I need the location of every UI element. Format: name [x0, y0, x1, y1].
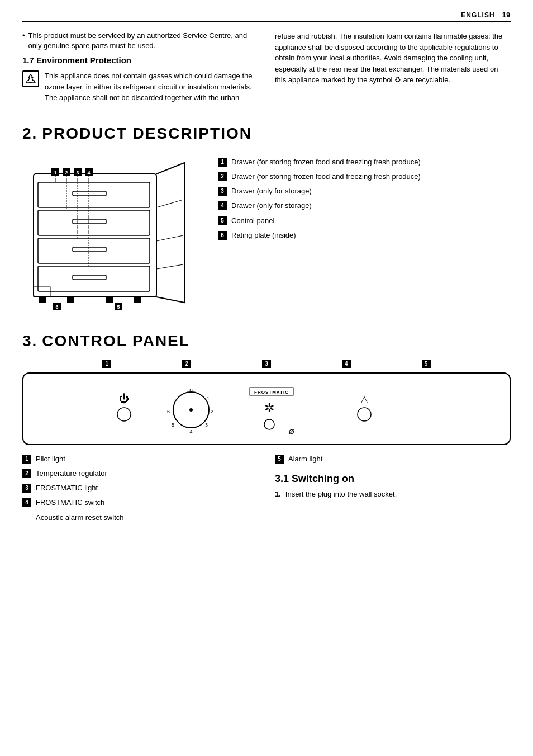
cp-label-item-4: 4 FROSTMATIC switch [22, 498, 258, 508]
cp-labels-right: 5 Alarm light 3.1 Switching on 1. Insert… [275, 454, 511, 527]
part-item-4: 4 Drawer (only for storage) [218, 201, 511, 211]
part-item-3: 3 Drawer (only for storage) [218, 186, 511, 196]
svg-text:1: 1 [207, 396, 210, 401]
svg-text:3: 3 [76, 170, 79, 176]
part-label-2: Drawer (for storing frozen food and free… [231, 172, 421, 182]
page-header: ENGLISH 19 [22, 11, 511, 22]
section-3-title: 3. CONTROL PANEL [22, 332, 511, 350]
svg-line-10 [156, 235, 183, 241]
section-2-number: 2. [22, 125, 37, 143]
switch-on-step-1: 1. Insert the plug into the wall socket. [275, 489, 511, 499]
cp-label-badge-4: 4 [22, 498, 31, 507]
cp-label-badge-5: 5 [275, 455, 284, 464]
env-icon [22, 70, 39, 87]
svg-text:⏻: ⏻ [119, 393, 129, 404]
product-desc-layout: 1 2 3 4 5 6 [22, 152, 511, 321]
svg-text:6: 6 [167, 409, 170, 414]
svg-rect-8 [73, 275, 106, 280]
svg-text:5: 5 [117, 304, 120, 310]
cp-labels-two-col: 1 Pilot light 2 Temperature regulator 3 … [22, 454, 511, 527]
cp-label-text-4b: Acoustic alarm reset switch [36, 513, 124, 523]
part-badge-2: 2 [218, 172, 227, 181]
svg-text:△: △ [361, 394, 368, 404]
svg-point-34 [117, 408, 131, 421]
svg-point-43 [189, 408, 193, 412]
step-text-1: Insert the plug into the wall socket. [285, 489, 397, 499]
svg-rect-14 [106, 297, 113, 303]
cp-label-badge-3: 3 [22, 484, 31, 493]
cp-label-badge-1: 1 [22, 455, 31, 464]
language-label: ENGLISH [461, 11, 494, 19]
part-badge-3: 3 [218, 187, 227, 196]
svg-text:4: 4 [87, 170, 90, 176]
cp-label-item-2: 2 Temperature regulator [22, 469, 258, 479]
section-2-title: 2. PRODUCT DESCRIPTION [22, 125, 511, 143]
part-badge-6: 6 [218, 231, 227, 240]
svg-rect-15 [134, 297, 141, 303]
product-parts-list: 1 Drawer (for storing frozen food and fr… [218, 152, 511, 321]
svg-text:1: 1 [54, 170, 56, 176]
svg-rect-7 [73, 247, 106, 252]
part-label-4: Drawer (only for storage) [231, 201, 312, 211]
page-number: 19 [502, 11, 511, 19]
cp-label-text-1: Pilot light [36, 454, 65, 464]
cp-label-text-3: FROSTMATIC light [36, 483, 98, 493]
part-label-6: Rating plate (inside) [231, 230, 296, 240]
part-label-3: Drawer (only for storage) [231, 186, 312, 196]
col-left-17: This product must be serviced by an auth… [22, 31, 258, 114]
part-item-6: 6 Rating plate (inside) [218, 230, 511, 240]
env-text: This appliance does not contain gasses w… [45, 70, 258, 103]
subsection-31-heading: 3.1 Switching on [275, 473, 511, 485]
freezer-diagram: 1 2 3 4 5 6 [22, 152, 201, 319]
svg-point-47 [264, 419, 274, 429]
svg-text:5: 5 [172, 422, 174, 428]
cp-label-item-3: 3 FROSTMATIC light [22, 483, 258, 493]
part-badge-4: 4 [218, 201, 227, 210]
cp-label-item-5: 5 Alarm light [275, 454, 511, 464]
part-label-5: Control panel [231, 216, 274, 226]
cp-label-badge-2: 2 [22, 469, 31, 478]
section-2-title-text: PRODUCT DESCRIPTION [42, 125, 252, 143]
right-text-17: refuse and rubbish. The insulation foam … [275, 31, 511, 86]
svg-text:FROSTMATIC: FROSTMATIC [254, 390, 289, 395]
svg-text:3: 3 [205, 422, 208, 428]
svg-line-9 [156, 200, 183, 207]
control-panel-diagram: ⏻ 1 2 3 4 5 6 o FROSTMATIC ✲ [22, 372, 511, 445]
cp-badge-2: 2 [182, 360, 191, 368]
part-badge-5: 5 [218, 216, 227, 225]
part-item-5: 5 Control panel [218, 216, 511, 226]
cp-label-text-4: FROSTMATIC switch [36, 498, 104, 508]
heading-17: 1.7 Environment Protection [22, 55, 258, 65]
cp-label-text-2: Temperature regulator [36, 469, 107, 479]
bullet-serviced-text: This product must be serviced by an auth… [28, 31, 258, 51]
cp-badge-5: 5 [422, 360, 431, 368]
cp-badge-4: 4 [342, 360, 351, 368]
cp-label-text-5: Alarm light [288, 454, 322, 464]
svg-rect-13 [67, 297, 74, 303]
part-badge-1: 1 [218, 158, 227, 167]
svg-text:o: o [189, 387, 193, 393]
svg-text:2: 2 [211, 409, 213, 414]
svg-rect-32 [34, 287, 50, 297]
part-label-1: Drawer (for storing frozen food and free… [231, 157, 421, 167]
svg-line-11 [156, 264, 183, 269]
step-num-1: 1. [275, 489, 281, 499]
section-3-number: 3. [22, 332, 37, 350]
svg-text:4: 4 [189, 429, 192, 434]
svg-text:6: 6 [55, 304, 58, 310]
cp-svg: ⏻ 1 2 3 4 5 6 o FROSTMATIC ✲ [57, 381, 476, 437]
svg-text:✲: ✲ [264, 401, 274, 415]
section-3: 3. CONTROL PANEL 1 2 3 4 5 [22, 332, 511, 527]
svg-text:⌀: ⌀ [289, 426, 294, 436]
svg-rect-3 [38, 238, 150, 263]
svg-rect-2 [38, 210, 150, 235]
cp-label-item-4b: Acoustic alarm reset switch [22, 513, 258, 523]
col-right-17: refuse and rubbish. The insulation foam … [275, 31, 511, 114]
svg-text:2: 2 [65, 170, 68, 176]
section-3-title-text: CONTROL PANEL [42, 332, 190, 350]
section-2: 2. PRODUCT DESCRIPTION [22, 125, 511, 321]
part-item-1: 1 Drawer (for storing frozen food and fr… [218, 157, 511, 167]
cp-label-item-1: 1 Pilot light [22, 454, 258, 464]
section-17-top: This product must be serviced by an auth… [22, 31, 511, 114]
part-item-2: 2 Drawer (for storing frozen food and fr… [218, 172, 511, 182]
